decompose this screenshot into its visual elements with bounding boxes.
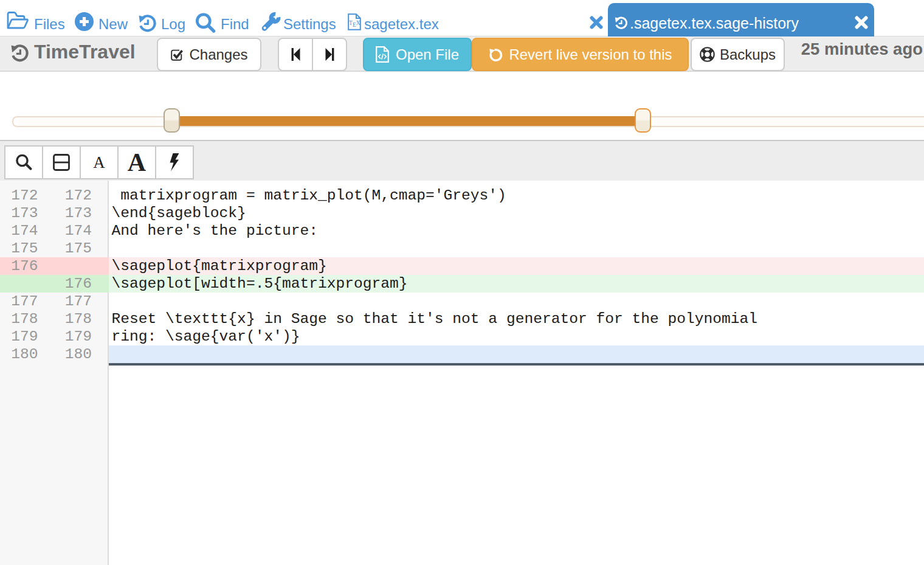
svg-text:TEX: TEX [349, 19, 360, 28]
